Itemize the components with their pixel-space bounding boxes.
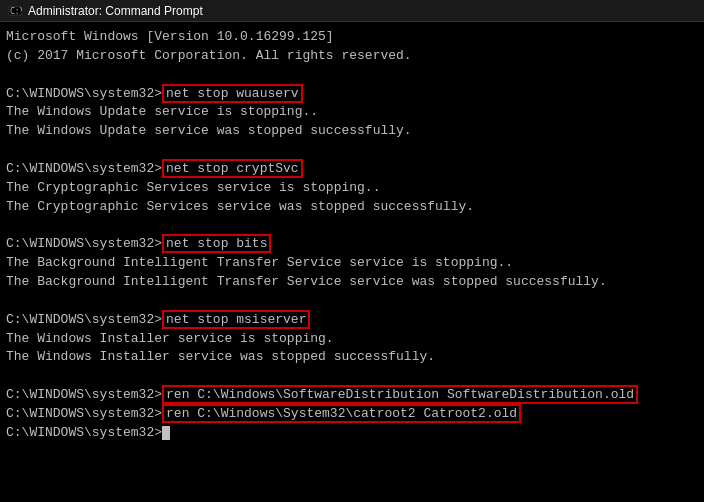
line-copyright: (c) 2017 Microsoft Corporation. All righ… — [6, 47, 698, 66]
line-out2b: The Cryptographic Services service was s… — [6, 198, 698, 217]
line-version: Microsoft Windows [Version 10.0.16299.12… — [6, 28, 698, 47]
line-out4a: The Windows Installer service is stoppin… — [6, 330, 698, 349]
title-bar: C:\ Administrator: Command Prompt — [0, 0, 704, 22]
svg-text:C:\: C:\ — [10, 7, 22, 16]
line-cmd5: C:\WINDOWS\system32>ren C:\Windows\Softw… — [6, 386, 698, 405]
terminal[interactable]: Microsoft Windows [Version 10.0.16299.12… — [0, 22, 704, 502]
line-out3a: The Background Intelligent Transfer Serv… — [6, 254, 698, 273]
line-cmd3: C:\WINDOWS\system32>net stop bits — [6, 235, 698, 254]
line-out2a: The Cryptographic Services service is st… — [6, 179, 698, 198]
cmd-icon: C:\ — [8, 4, 22, 18]
line-cmd6: C:\WINDOWS\system32>ren C:\Windows\Syste… — [6, 405, 698, 424]
line-cmd2: C:\WINDOWS\system32>net stop cryptSvc — [6, 160, 698, 179]
title-bar-text: Administrator: Command Prompt — [28, 4, 696, 18]
line-out1b: The Windows Update service was stopped s… — [6, 122, 698, 141]
line-out3b: The Background Intelligent Transfer Serv… — [6, 273, 698, 292]
line-out1a: The Windows Update service is stopping.. — [6, 103, 698, 122]
line-cmd4: C:\WINDOWS\system32>net stop msiserver — [6, 311, 698, 330]
line-cmd1: C:\WINDOWS\system32>net stop wuauserv — [6, 85, 698, 104]
line-out4b: The Windows Installer service was stoppe… — [6, 348, 698, 367]
line-prompt-final: C:\WINDOWS\system32> — [6, 424, 698, 443]
